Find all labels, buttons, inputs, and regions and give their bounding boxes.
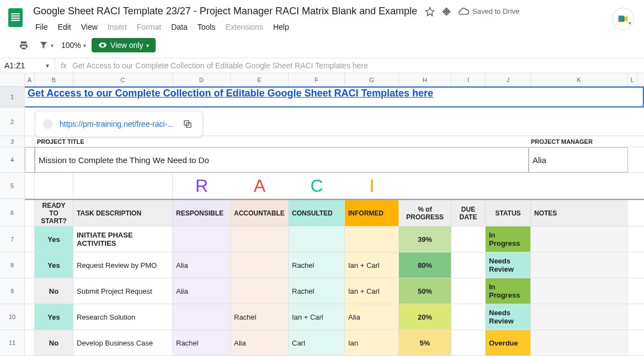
ready-cell[interactable]: No [35,330,73,355]
status-cell[interactable]: In Progress [486,278,531,304]
chip-url[interactable]: https://pm-training.net/free-raci-... [60,120,174,128]
menu-view[interactable]: View [77,20,102,34]
menu-file[interactable]: File [31,20,52,34]
col-header-H[interactable]: H [399,73,451,86]
progress-cell[interactable]: 20% [399,304,451,330]
progress-cell[interactable]: 5% [399,330,451,355]
task-cell[interactable]: Request Review by PMO [73,252,173,278]
accountable-cell[interactable]: Rachel [231,304,289,330]
row-header-7[interactable]: 7 [0,226,24,252]
row-header-4[interactable]: 4 [0,147,24,173]
row-header-10[interactable]: 10 [0,304,24,330]
accountable-cell[interactable] [231,278,289,304]
formula-content[interactable]: Get Access to our Complete Collection of… [72,61,644,70]
name-box[interactable]: A1:Z1▼ [0,58,55,73]
task-cell[interactable]: INITIATE PHASE ACTIVITIES [73,226,173,252]
accountable-cell[interactable]: Alia [231,330,289,355]
meet-button[interactable]: ▾ [612,8,634,30]
menu-extensions[interactable]: Extensions [221,20,267,34]
row-header-5[interactable]: 5 [0,173,24,199]
menu-tools[interactable]: Tools [193,20,220,34]
col-header-C[interactable]: C [73,73,173,86]
consulted-cell[interactable]: Carl [289,330,345,355]
sheets-logo[interactable] [4,7,26,29]
responsible-cell[interactable] [173,304,231,330]
due-cell[interactable] [451,330,486,355]
notes-cell[interactable] [531,330,627,355]
cloud-saved[interactable]: Saved to Drive [458,6,519,17]
menu-edit[interactable]: Edit [54,20,76,34]
due-cell[interactable] [451,252,486,278]
informed-cell[interactable]: Ian [345,330,399,355]
col-header-J[interactable]: J [486,73,531,86]
row-header-6[interactable]: 6 [0,199,24,226]
consulted-cell[interactable]: Rachel [289,278,345,304]
row-header-9[interactable]: 9 [0,278,24,304]
consulted-cell[interactable]: Ian + Carl [289,304,345,330]
progress-cell[interactable]: 80% [399,252,451,278]
col-header-B[interactable]: B [35,73,73,86]
ready-cell[interactable]: Yes [35,252,73,278]
responsible-cell[interactable]: Alia [173,252,231,278]
status-cell[interactable]: Needs Review [486,304,531,330]
ready-cell[interactable]: No [35,278,73,304]
informed-cell[interactable]: Ian + Carl [345,278,399,304]
filter-icon[interactable]: ▾ [36,38,56,52]
informed-cell[interactable]: Alia [345,304,399,330]
col-header-E[interactable]: E [231,73,289,86]
responsible-cell[interactable]: Alia [173,278,231,304]
task-cell[interactable]: Develop Business Case [73,330,173,355]
ready-cell[interactable]: Yes [35,226,73,252]
zoom-selector[interactable]: 100%▾ [61,41,86,50]
col-header-K[interactable]: K [531,73,627,86]
row-header-8[interactable]: 8 [0,252,24,278]
status-cell[interactable]: Needs Review [486,252,531,278]
accountable-cell[interactable] [231,226,289,252]
project-manager-value[interactable]: Alia [529,147,628,172]
consulted-cell[interactable]: Rachel [289,252,345,278]
view-only-button[interactable]: View only ▾ [92,38,156,52]
document-title[interactable]: Google Sheet RACI Template 23/27 - Proje… [31,4,419,18]
col-header-G[interactable]: G [345,73,399,86]
informed-cell[interactable] [345,226,399,252]
star-icon[interactable] [425,7,435,17]
menu-format[interactable]: Format [132,20,166,34]
row-header-2[interactable]: 2 [0,107,24,136]
due-cell[interactable] [451,278,486,304]
row-header-1[interactable]: 1 [0,87,24,107]
link-chip[interactable]: https://pm-training.net/free-raci-... [35,111,203,137]
accountable-cell[interactable] [231,252,289,278]
notes-cell[interactable] [531,278,627,304]
notes-cell[interactable] [531,252,627,278]
col-header-A[interactable]: A [25,73,35,86]
informed-cell[interactable]: Ian + Carl [345,252,399,278]
col-header-I[interactable]: I [451,73,486,86]
status-cell[interactable]: In Progress [486,226,531,252]
task-cell[interactable]: Submit Project Request [73,278,173,304]
sheet-content[interactable]: Get Access to our Complete Collection of… [25,87,644,356]
task-cell[interactable]: Research Solution [73,304,173,330]
menu-insert[interactable]: Insert [103,20,131,34]
progress-cell[interactable]: 39% [399,226,451,252]
row-header-3[interactable]: 3 [0,136,24,147]
status-cell[interactable]: Overdue [486,330,531,355]
notes-cell[interactable] [531,304,627,330]
responsible-cell[interactable] [173,226,231,252]
col-header-D[interactable]: D [173,73,231,86]
move-icon[interactable] [441,7,451,17]
copy-icon[interactable] [180,117,195,131]
col-header-F[interactable]: F [289,73,345,86]
notes-cell[interactable] [531,226,627,252]
col-header-L[interactable]: L [627,73,637,86]
row-header-11[interactable]: 11 [0,330,24,356]
select-all-corner[interactable] [0,73,25,87]
ready-cell[interactable]: Yes [35,304,73,330]
due-cell[interactable] [451,226,486,252]
progress-cell[interactable]: 50% [399,278,451,304]
collection-link[interactable]: Get Access to our Complete Collection of… [25,88,433,106]
menu-help[interactable]: Help [269,20,294,34]
responsible-cell[interactable]: Rachel [173,330,231,355]
print-icon[interactable] [17,38,31,52]
consulted-cell[interactable] [289,226,345,252]
project-title-value[interactable]: Mission to Complete the Thing We Need to… [35,147,529,172]
